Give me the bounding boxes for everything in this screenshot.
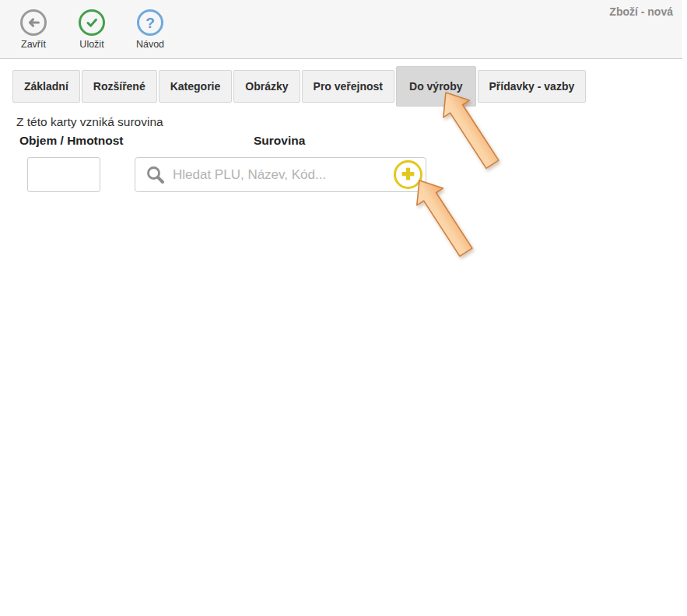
page-title: Zboží - nová bbox=[609, 5, 673, 18]
guide-button-label: Návod bbox=[136, 39, 164, 50]
add-ingredient-button[interactable] bbox=[394, 160, 422, 189]
question-icon: ? bbox=[137, 9, 163, 36]
tab-panel-do-vyroby: Z této karty vzniká surovina Objem / Hmo… bbox=[0, 103, 687, 616]
intro-text: Z této karty vzniká surovina bbox=[16, 115, 163, 129]
tab-pro-verejnost[interactable]: Pro veřejnost bbox=[302, 70, 394, 103]
back-arrow-icon bbox=[20, 9, 47, 36]
tab-pridavky-vazby[interactable]: Přídavky - vazby bbox=[478, 70, 587, 103]
volume-input[interactable] bbox=[27, 157, 100, 192]
close-button[interactable]: Zavřít bbox=[14, 9, 53, 50]
tab-obrazky[interactable]: Obrázky bbox=[233, 70, 300, 103]
guide-button[interactable]: ? Návod bbox=[131, 9, 170, 50]
close-button-label: Zavřít bbox=[21, 39, 46, 50]
tab-zakladni[interactable]: Základní bbox=[12, 70, 80, 103]
ingredient-search bbox=[135, 157, 426, 192]
ingredient-label: Surovina bbox=[254, 134, 305, 148]
check-icon bbox=[79, 9, 105, 36]
volume-label: Objem / Hmotnost bbox=[19, 134, 123, 148]
tab-bar: Základní Rozšířené Kategorie Obrázky Pro… bbox=[12, 69, 587, 103]
save-button[interactable]: Uložit bbox=[72, 9, 111, 50]
plus-icon bbox=[400, 166, 416, 184]
question-glyph: ? bbox=[145, 16, 155, 30]
toolbar: Zavřít Uložit ? Návod Zboží - nová bbox=[0, 0, 682, 59]
tab-rozsirene[interactable]: Rozšířené bbox=[82, 70, 157, 103]
tab-kategorie[interactable]: Kategorie bbox=[159, 70, 233, 103]
tab-do-vyroby[interactable]: Do výroby bbox=[396, 66, 475, 107]
ingredient-search-input[interactable] bbox=[135, 158, 426, 191]
save-button-label: Uložit bbox=[79, 39, 103, 50]
